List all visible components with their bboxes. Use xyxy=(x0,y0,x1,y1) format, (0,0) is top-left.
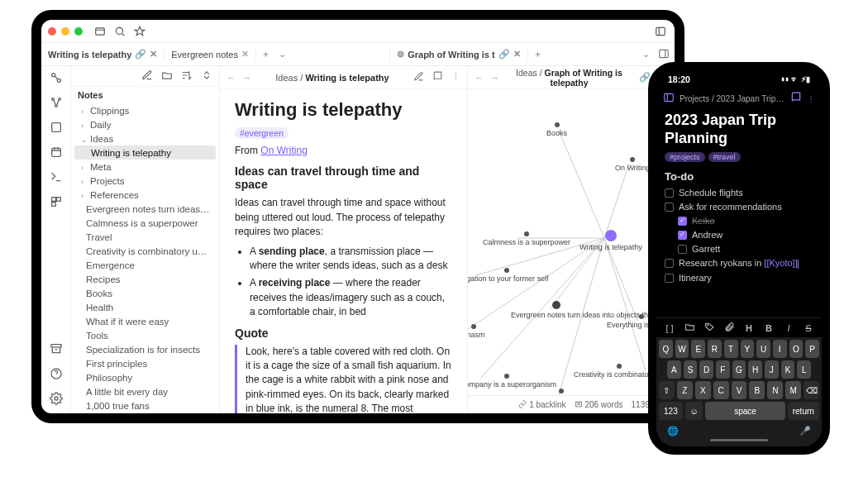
folder-projects[interactable]: ›Projects xyxy=(71,174,219,188)
key[interactable]: Q xyxy=(659,340,673,358)
note-item[interactable]: Evergreen notes turn ideas… xyxy=(71,202,219,216)
graph-view-icon[interactable] xyxy=(50,96,63,112)
key[interactable]: Z xyxy=(677,381,693,399)
key[interactable]: I xyxy=(773,340,787,358)
key[interactable]: B xyxy=(749,381,765,399)
todo-item[interactable]: Andrew xyxy=(665,230,813,240)
graph-node[interactable]: Books xyxy=(546,122,567,137)
tag-evergreen[interactable]: #evergreen xyxy=(235,127,289,139)
checkbox-checked[interactable] xyxy=(678,217,687,226)
right-sidebar-toggle-icon[interactable] xyxy=(658,48,670,61)
note-item[interactable]: 1,000 true fans xyxy=(71,398,219,413)
tab-dropdown-icon[interactable]: ⌄ xyxy=(639,49,653,60)
reading-mode-icon[interactable] xyxy=(790,92,802,105)
phone-editor[interactable]: 2023 Japan Trip Planning #projects #trav… xyxy=(656,108,822,317)
breadcrumb[interactable]: Ideas / Graph of Writing is telepathy xyxy=(506,68,632,88)
archive-icon[interactable] xyxy=(50,342,63,359)
graph-node[interactable]: On Writing xyxy=(615,157,650,172)
nav-forward-icon[interactable]: → xyxy=(490,73,499,83)
folder-daily[interactable]: ›Daily xyxy=(71,117,219,131)
folder-ideas[interactable]: ⌄Ideas xyxy=(71,131,219,145)
key-return[interactable]: return xyxy=(788,402,819,420)
collapse-icon[interactable] xyxy=(201,69,212,83)
key[interactable]: N xyxy=(767,381,783,399)
key[interactable]: M xyxy=(785,381,801,399)
sidebar-toggle-icon[interactable] xyxy=(663,92,675,105)
key-numbers[interactable]: 123 xyxy=(659,402,683,420)
key-backspace[interactable]: ⌫ xyxy=(804,381,819,399)
star-icon[interactable] xyxy=(132,24,147,39)
graph-canvas[interactable]: Books On Writing Writing is telepathy Ca… xyxy=(468,89,675,395)
quick-switcher-icon[interactable] xyxy=(50,71,63,88)
close-tab-icon[interactable]: ✕ xyxy=(150,49,157,60)
checkbox[interactable] xyxy=(665,188,674,198)
breadcrumb[interactable]: Ideas / Writing is telepathy xyxy=(258,73,407,83)
note-writing-is-telepathy[interactable]: Writing is telepathy xyxy=(74,145,216,160)
tab-writing-is-telepathy[interactable]: Writing is telepathy 🔗 ✕ xyxy=(41,49,165,60)
key[interactable]: W xyxy=(675,340,689,358)
new-tab-button[interactable]: ＋ xyxy=(528,48,547,60)
command-palette-icon[interactable] xyxy=(50,170,63,187)
more-icon[interactable]: ⋮ xyxy=(451,71,460,83)
new-tab-button[interactable]: ＋ xyxy=(256,48,275,60)
key[interactable]: C xyxy=(713,381,729,399)
graph-node[interactable]: chasm xyxy=(468,324,485,339)
note-item[interactable]: Specialization is for insects xyxy=(71,342,219,356)
note-item[interactable]: Creativity is combinatory u… xyxy=(71,244,219,258)
todo-item[interactable]: Research ryokans in [[Kyoto]] xyxy=(665,258,813,269)
sort-icon[interactable] xyxy=(181,69,193,83)
note-item[interactable]: Recipes xyxy=(71,272,219,286)
note-item[interactable]: Philosophy xyxy=(71,370,219,384)
help-icon[interactable] xyxy=(50,367,63,384)
key[interactable]: F xyxy=(716,360,730,379)
toolbar-strike-icon[interactable]: S xyxy=(801,323,816,333)
more-icon[interactable]: ⋮ xyxy=(807,94,815,103)
note-item[interactable]: A little bit every day xyxy=(71,384,219,398)
todo-item[interactable]: Schedule flights xyxy=(665,188,813,198)
todo-item[interactable]: Keiko xyxy=(665,216,813,226)
reading-mode-icon[interactable] xyxy=(432,71,443,83)
key[interactable]: E xyxy=(691,340,705,358)
graph-node[interactable]: Calmness is a superpower xyxy=(483,231,570,246)
key[interactable]: O xyxy=(789,340,804,358)
close-tab-icon[interactable]: ✕ xyxy=(241,49,249,60)
key[interactable]: K xyxy=(781,360,795,379)
nav-forward-icon[interactable]: → xyxy=(242,73,251,83)
graph-node-current[interactable]: Writing is telepathy xyxy=(579,230,642,251)
tab-graph[interactable]: ⊚ Graph of Writing is t 🔗 ✕ xyxy=(390,49,528,60)
edit-mode-icon[interactable] xyxy=(413,71,424,83)
folder-clippings[interactable]: ›Clippings xyxy=(71,103,219,117)
todo-item[interactable]: Itinerary xyxy=(665,273,813,283)
toolbar-folder-icon[interactable] xyxy=(682,322,697,334)
key[interactable]: V xyxy=(732,381,747,399)
note-item[interactable]: Books xyxy=(71,286,219,300)
toolbar-attach-icon[interactable] xyxy=(722,322,737,334)
note-item[interactable]: Health xyxy=(71,300,219,314)
note-item[interactable]: Calmness is a superpower xyxy=(71,216,219,230)
folder-references[interactable]: ›References xyxy=(71,188,219,202)
tag-travel[interactable]: #travel xyxy=(708,152,741,162)
toolbar-heading-icon[interactable]: H xyxy=(742,323,756,333)
graph-node[interactable]: igation to your former self xyxy=(468,268,549,283)
editor-content[interactable]: Writing is telepathy #evergreen From On … xyxy=(220,89,467,413)
tag-projects[interactable]: #projects xyxy=(665,152,705,162)
todo-item[interactable]: Garrett xyxy=(665,244,813,254)
checkbox[interactable] xyxy=(665,203,674,212)
checkbox[interactable] xyxy=(678,245,687,254)
toolbar-bold-icon[interactable]: B xyxy=(761,323,776,333)
nav-back-icon[interactable]: ← xyxy=(475,73,484,83)
note-item[interactable]: Emergence xyxy=(71,258,219,272)
key[interactable]: L xyxy=(797,360,811,379)
mic-icon[interactable]: 🎤 xyxy=(799,426,811,436)
backlinks-count[interactable]: 1 backlink xyxy=(518,400,565,409)
tab-dropdown-icon[interactable]: ⌄ xyxy=(275,49,289,60)
note-item[interactable]: What if it were easy xyxy=(71,314,219,328)
checkbox[interactable] xyxy=(665,259,674,268)
vault-icon[interactable] xyxy=(93,24,107,39)
key[interactable]: J xyxy=(765,360,779,379)
daily-note-icon[interactable] xyxy=(50,145,63,162)
new-note-icon[interactable] xyxy=(141,69,153,83)
home-indicator[interactable] xyxy=(710,439,768,441)
settings-icon[interactable] xyxy=(50,392,63,408)
key[interactable]: R xyxy=(708,340,722,358)
